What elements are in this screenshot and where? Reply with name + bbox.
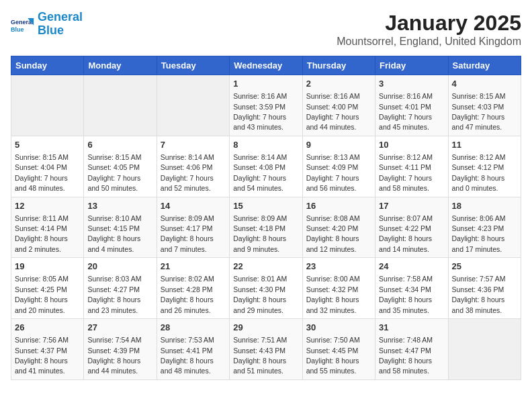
- day-info: Sunrise: 8:15 AMSunset: 4:05 PMDaylight:…: [87, 153, 141, 192]
- day-info: Sunrise: 8:14 AMSunset: 4:08 PMDaylight:…: [233, 153, 287, 192]
- calendar-cell: 28Sunrise: 7:53 AMSunset: 4:41 PMDayligh…: [157, 319, 229, 380]
- calendar-cell: [84, 75, 157, 136]
- calendar-cell: [157, 75, 229, 136]
- day-number: 10: [379, 139, 444, 151]
- calendar-cell: 20Sunrise: 8:03 AMSunset: 4:27 PMDayligh…: [84, 258, 157, 319]
- day-number: 15: [233, 200, 298, 212]
- day-number: 1: [233, 78, 298, 90]
- day-info: Sunrise: 8:06 AMSunset: 4:23 PMDaylight:…: [452, 214, 506, 253]
- calendar-cell: 14Sunrise: 8:09 AMSunset: 4:17 PMDayligh…: [157, 197, 229, 258]
- header-wednesday: Wednesday: [230, 56, 302, 75]
- calendar-cell: 3Sunrise: 8:16 AMSunset: 4:01 PMDaylight…: [375, 75, 448, 136]
- calendar-cell: 25Sunrise: 7:57 AMSunset: 4:36 PMDayligh…: [448, 258, 521, 319]
- day-info: Sunrise: 8:05 AMSunset: 4:25 PMDaylight:…: [15, 275, 69, 314]
- day-number: 4: [452, 78, 517, 90]
- calendar-cell: 6Sunrise: 8:15 AMSunset: 4:05 PMDaylight…: [84, 136, 157, 197]
- day-number: 13: [87, 200, 152, 212]
- day-info: Sunrise: 7:50 AMSunset: 4:45 PMDaylight:…: [306, 336, 360, 375]
- day-info: Sunrise: 8:15 AMSunset: 4:04 PMDaylight:…: [15, 153, 69, 192]
- week-row-5: 26Sunrise: 7:56 AMSunset: 4:37 PMDayligh…: [11, 319, 521, 380]
- day-info: Sunrise: 8:16 AMSunset: 4:00 PMDaylight:…: [306, 92, 360, 131]
- logo-text-line1: General: [38, 11, 83, 24]
- day-info: Sunrise: 8:11 AMSunset: 4:14 PMDaylight:…: [15, 214, 69, 253]
- main-title: January 2025: [337, 11, 521, 36]
- day-number: 27: [87, 322, 152, 334]
- day-number: 3: [379, 78, 444, 90]
- calendar-cell: 24Sunrise: 7:58 AMSunset: 4:34 PMDayligh…: [375, 258, 448, 319]
- day-number: 16: [306, 200, 371, 212]
- calendar-cell: 7Sunrise: 8:14 AMSunset: 4:06 PMDaylight…: [157, 136, 229, 197]
- calendar-cell: 23Sunrise: 8:00 AMSunset: 4:32 PMDayligh…: [302, 258, 375, 319]
- day-number: 2: [306, 78, 371, 90]
- calendar-cell: 16Sunrise: 8:08 AMSunset: 4:20 PMDayligh…: [302, 197, 375, 258]
- day-number: 17: [379, 200, 444, 212]
- calendar-cell: 21Sunrise: 8:02 AMSunset: 4:28 PMDayligh…: [157, 258, 229, 319]
- calendar-cell: 15Sunrise: 8:09 AMSunset: 4:18 PMDayligh…: [230, 197, 302, 258]
- day-number: 7: [161, 139, 226, 151]
- day-number: 24: [379, 261, 444, 273]
- page-header: General Blue General Blue January 2025 M…: [11, 11, 521, 48]
- day-info: Sunrise: 8:09 AMSunset: 4:17 PMDaylight:…: [161, 214, 214, 253]
- header-saturday: Saturday: [448, 56, 521, 75]
- day-info: Sunrise: 8:12 AMSunset: 4:12 PMDaylight:…: [452, 153, 506, 192]
- day-info: Sunrise: 8:02 AMSunset: 4:28 PMDaylight:…: [161, 275, 214, 314]
- day-number: 8: [233, 139, 298, 151]
- week-row-3: 12Sunrise: 8:11 AMSunset: 4:14 PMDayligh…: [11, 197, 521, 258]
- svg-text:Blue: Blue: [11, 26, 24, 33]
- day-info: Sunrise: 7:51 AMSunset: 4:43 PMDaylight:…: [233, 336, 287, 375]
- calendar-cell: 27Sunrise: 7:54 AMSunset: 4:39 PMDayligh…: [84, 319, 157, 380]
- calendar-table: SundayMondayTuesdayWednesdayThursdayFrid…: [11, 56, 521, 380]
- calendar-cell: 29Sunrise: 7:51 AMSunset: 4:43 PMDayligh…: [230, 319, 302, 380]
- calendar-cell: 17Sunrise: 8:07 AMSunset: 4:22 PMDayligh…: [375, 197, 448, 258]
- calendar-cell: 10Sunrise: 8:12 AMSunset: 4:11 PMDayligh…: [375, 136, 448, 197]
- day-number: 19: [15, 261, 80, 273]
- header-sunday: Sunday: [11, 56, 84, 75]
- day-info: Sunrise: 8:10 AMSunset: 4:15 PMDaylight:…: [87, 214, 141, 253]
- day-info: Sunrise: 7:53 AMSunset: 4:41 PMDaylight:…: [161, 336, 214, 375]
- day-number: 11: [452, 139, 517, 151]
- day-info: Sunrise: 7:57 AMSunset: 4:36 PMDaylight:…: [452, 275, 506, 314]
- calendar-cell: 30Sunrise: 7:50 AMSunset: 4:45 PMDayligh…: [302, 319, 375, 380]
- calendar-cell: 5Sunrise: 8:15 AMSunset: 4:04 PMDaylight…: [11, 136, 84, 197]
- day-info: Sunrise: 8:08 AMSunset: 4:20 PMDaylight:…: [306, 214, 360, 253]
- calendar-cell: 12Sunrise: 8:11 AMSunset: 4:14 PMDayligh…: [11, 197, 84, 258]
- header-thursday: Thursday: [302, 56, 375, 75]
- day-number: 5: [15, 139, 80, 151]
- day-info: Sunrise: 7:54 AMSunset: 4:39 PMDaylight:…: [87, 336, 141, 375]
- day-info: Sunrise: 8:12 AMSunset: 4:11 PMDaylight:…: [379, 153, 433, 192]
- day-number: 25: [452, 261, 517, 273]
- calendar-cell: 26Sunrise: 7:56 AMSunset: 4:37 PMDayligh…: [11, 319, 84, 380]
- calendar-cell: 11Sunrise: 8:12 AMSunset: 4:12 PMDayligh…: [448, 136, 521, 197]
- calendar-cell: 1Sunrise: 8:16 AMSunset: 3:59 PMDaylight…: [230, 75, 302, 136]
- calendar-cell: 9Sunrise: 8:13 AMSunset: 4:09 PMDaylight…: [302, 136, 375, 197]
- day-info: Sunrise: 8:15 AMSunset: 4:03 PMDaylight:…: [452, 92, 506, 131]
- day-number: 23: [306, 261, 371, 273]
- day-info: Sunrise: 8:13 AMSunset: 4:09 PMDaylight:…: [306, 153, 360, 192]
- day-number: 6: [87, 139, 152, 151]
- day-info: Sunrise: 8:00 AMSunset: 4:32 PMDaylight:…: [306, 275, 360, 314]
- calendar-cell: [11, 75, 84, 136]
- calendar-cell: 4Sunrise: 8:15 AMSunset: 4:03 PMDaylight…: [448, 75, 521, 136]
- day-info: Sunrise: 7:58 AMSunset: 4:34 PMDaylight:…: [379, 275, 433, 314]
- logo: General Blue General Blue: [11, 11, 83, 38]
- day-number: 30: [306, 322, 371, 334]
- day-number: 14: [161, 200, 226, 212]
- week-row-1: 1Sunrise: 8:16 AMSunset: 3:59 PMDaylight…: [11, 75, 521, 136]
- day-number: 12: [15, 200, 80, 212]
- header-friday: Friday: [375, 56, 448, 75]
- day-number: 31: [379, 322, 444, 334]
- day-info: Sunrise: 8:14 AMSunset: 4:06 PMDaylight:…: [161, 153, 214, 192]
- day-info: Sunrise: 8:01 AMSunset: 4:30 PMDaylight:…: [233, 275, 287, 314]
- day-info: Sunrise: 8:16 AMSunset: 3:59 PMDaylight:…: [233, 92, 287, 131]
- title-block: January 2025 Mountsorrel, England, Unite…: [337, 11, 521, 48]
- calendar-header-row: SundayMondayTuesdayWednesdayThursdayFrid…: [11, 56, 521, 75]
- day-info: Sunrise: 8:03 AMSunset: 4:27 PMDaylight:…: [87, 275, 141, 314]
- week-row-4: 19Sunrise: 8:05 AMSunset: 4:25 PMDayligh…: [11, 258, 521, 319]
- day-info: Sunrise: 7:56 AMSunset: 4:37 PMDaylight:…: [15, 336, 69, 375]
- sub-title: Mountsorrel, England, United Kingdom: [337, 36, 521, 48]
- calendar-cell: 19Sunrise: 8:05 AMSunset: 4:25 PMDayligh…: [11, 258, 84, 319]
- calendar-cell: 18Sunrise: 8:06 AMSunset: 4:23 PMDayligh…: [448, 197, 521, 258]
- calendar-cell: 8Sunrise: 8:14 AMSunset: 4:08 PMDaylight…: [230, 136, 302, 197]
- logo-text-line2: Blue: [38, 24, 83, 38]
- header-monday: Monday: [84, 56, 157, 75]
